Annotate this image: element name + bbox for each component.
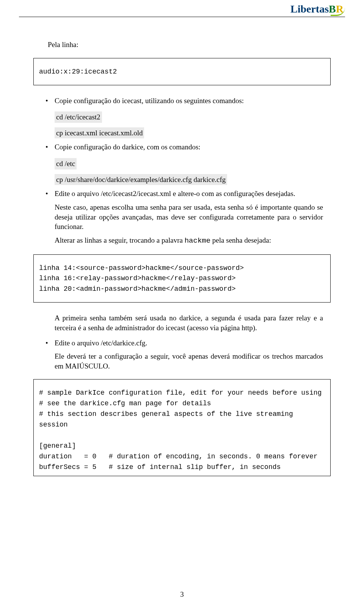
list-item: Copie configuração do icecast, utilizand…: [48, 96, 323, 140]
item-text: Copie configuração do icecast, utilizand…: [55, 97, 244, 105]
code-box-1: audio:x:29:icecast2: [33, 58, 331, 85]
page-number: 3: [0, 590, 364, 599]
code-box-3: # sample DarkIce configuration file, edi…: [33, 379, 331, 476]
command-snippet: cd /etc: [55, 158, 77, 169]
list-item: Edite o arquivo /etc/darkice.cfg. Ele de…: [48, 338, 323, 371]
bullet-list-1: Copie configuração do icecast, utilizand…: [48, 96, 323, 246]
page-content: Pela linha: audio:x:29:icecast2 Copie co…: [41, 40, 323, 487]
command-snippet: cd /etc/icecast2: [55, 111, 102, 123]
item-paragraph: Ele deverá ter a configuração a seguir, …: [55, 351, 323, 371]
text-fragment: Alterar as linhas a seguir, trocando a p…: [55, 236, 185, 244]
brand-logo: LibertasBR: [290, 3, 345, 15]
item-text: Edite o arquivo /etc/icecast2/icecast.xm…: [55, 190, 295, 198]
item-commands: cd /etc/icecast2 cp icecast.xml icecast.…: [55, 108, 323, 140]
continuation-block: A primeira senha também será usada no da…: [55, 313, 323, 332]
bullet-list-2: Edite o arquivo /etc/darkice.cfg. Ele de…: [48, 338, 323, 371]
command-snippet: cp icecast.xml icecast.xml.old: [55, 127, 144, 139]
intro-line: Pela linha:: [41, 40, 323, 50]
logo-text-1: Libertas: [290, 3, 329, 15]
list-item: Copie configuração do darkice, com os co…: [48, 142, 323, 187]
item-paragraph: A primeira senha também será usada no da…: [55, 313, 323, 332]
text-fragment: pela senha desejada:: [210, 236, 271, 244]
header-rule: [19, 17, 345, 17]
command-snippet: cp /usr/share/doc/darkice/examples/darki…: [55, 174, 227, 185]
item-paragraph: Alterar as linhas a seguir, trocando a p…: [55, 235, 323, 246]
item-text: Copie configuração do darkice, com os co…: [55, 143, 201, 151]
item-paragraph: Neste caso, apenas escolha uma senha par…: [55, 202, 323, 232]
item-commands: cd /etc cp /usr/share/doc/darkice/exampl…: [55, 155, 323, 187]
code-box-2: linha 14:<source-password>hackme</source…: [33, 254, 331, 303]
item-text: Edite o arquivo /etc/darkice.cfg.: [55, 339, 147, 347]
list-item: Edite o arquivo /etc/icecast2/icecast.xm…: [48, 189, 323, 246]
inline-code: hackme: [185, 237, 210, 245]
